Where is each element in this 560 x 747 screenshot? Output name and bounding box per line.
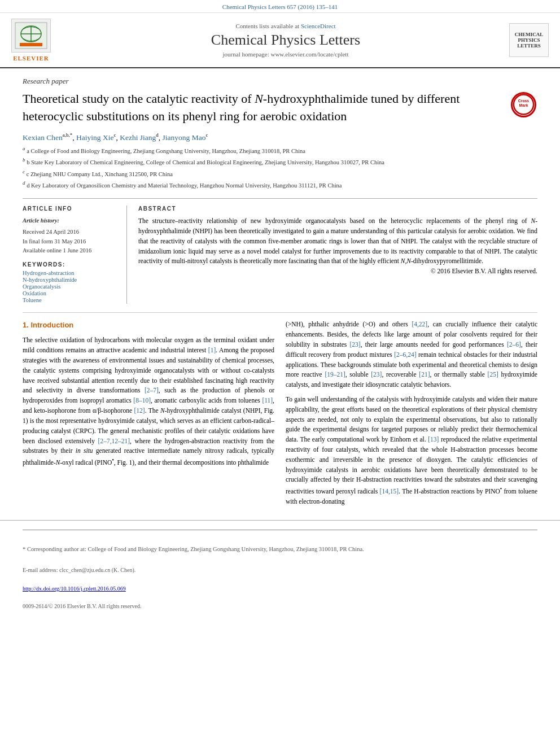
author-kezhi[interactable]: Kezhi Jiang	[120, 133, 156, 141]
elsevier-logo: ELSEVIER	[11, 19, 51, 62]
cite-21b[interactable]: [21]	[419, 371, 430, 378]
cite-2-7b[interactable]: [2–7,12–21]	[98, 438, 130, 444]
author-kexian[interactable]: Kexian Chen	[23, 133, 63, 141]
cite-4-22[interactable]: [4,22]	[412, 321, 427, 327]
body-col-right: (>NH), phthalic anhydride (>O) and other…	[286, 320, 537, 511]
keyword-3: Organocatalysis	[23, 283, 118, 290]
footer-divider	[23, 530, 537, 530]
keyword-1: Hydrogen-abstraction	[23, 270, 118, 276]
body-para-right-2: To gain well understanding of the cataly…	[286, 395, 537, 507]
author-haiying[interactable]: Haiying Xie	[76, 133, 113, 141]
page-container: Chemical Physics Letters 657 (2016) 135–…	[0, 0, 560, 614]
author-jianyong[interactable]: Jianyong Mao	[163, 133, 206, 141]
authors-line: Kexian Chena,b,*, Haiying Xiec, Kezhi Ji…	[23, 132, 537, 142]
affil-b: b b State Key Laboratory of Chemical Eng…	[23, 156, 537, 167]
page-footer: * Corresponding author at: College of Fo…	[0, 520, 560, 614]
elsevier-text: ELSEVIER	[13, 55, 49, 62]
cite-2-6-24[interactable]: [2–6,24]	[394, 351, 416, 358]
info-abstract-row: ARTICLE INFO Article history: Received 2…	[23, 198, 537, 304]
final-form-date: In final form 31 May 2016	[23, 238, 86, 244]
cite-23b[interactable]: [23]	[371, 371, 382, 378]
header-center: Contents lists available at ScienceDirec…	[62, 23, 509, 58]
main-content: Research paper Theoretical study on the …	[0, 68, 560, 520]
cite-8-10[interactable]: [8–10]	[133, 397, 151, 404]
keyword-4: Oxidation	[23, 290, 118, 296]
footer-doi[interactable]: http://dx.doi.org/10.1016/j.cplett.2016.…	[23, 586, 126, 592]
crossmark-icon: Cross Mark	[511, 92, 536, 117]
crossmark-badge-container[interactable]: Cross Mark	[509, 90, 537, 119]
footer-email: E-mail address: clcc_chen@zju.edu.cn (K.…	[23, 566, 135, 574]
cite-23[interactable]: [23]	[350, 341, 361, 348]
journal-ref-text: Chemical Physics Letters 657 (2016) 135–…	[222, 3, 338, 10]
affil-c: c c Zhejiang NHU Company Ltd., Xinchang …	[23, 168, 537, 178]
abstract-header: ABSTRACT	[138, 206, 537, 212]
cite-14-15[interactable]: [14,15]	[380, 488, 399, 495]
cite-1[interactable]: [1]	[208, 347, 216, 353]
cite-2-6[interactable]: [2–6]	[507, 341, 521, 348]
footnote-star: * Corresponding author at: College of Fo…	[23, 546, 364, 552]
keyword-5: Toluene	[23, 297, 118, 303]
body-para-right-1: (>NH), phthalic anhydride (>O) and other…	[286, 320, 537, 390]
received-date: Received 24 April 2016	[23, 229, 79, 235]
svg-rect-4	[20, 43, 42, 46]
cite-13[interactable]: [13]	[428, 436, 439, 443]
cite-11[interactable]: [11]	[262, 397, 273, 404]
body-content: 1. Introduction The selective oxidation …	[23, 312, 537, 511]
footer-copyright: 0009-2614/© 2016 Elsevier B.V. All right…	[23, 603, 141, 609]
article-title: Theoretical study on the catalytic react…	[23, 90, 501, 125]
abstract-col: ABSTRACT The structure–reactivity relati…	[138, 206, 537, 304]
article-type-label: Research paper	[23, 77, 537, 86]
article-info-col: ARTICLE INFO Article history: Received 2…	[23, 206, 127, 304]
cite-2-7[interactable]: [2–7]	[145, 387, 159, 394]
article-title-row: Theoretical study on the catalytic react…	[23, 90, 537, 125]
cite-25[interactable]: [25]	[488, 371, 498, 378]
cite-19-21[interactable]: [19–21]	[325, 371, 345, 378]
journal-ref-bar: Chemical Physics Letters 657 (2016) 135–…	[0, 0, 560, 13]
article-info-header: ARTICLE INFO	[23, 206, 118, 212]
body-col-left: 1. Introduction The selective oxidation …	[23, 320, 274, 511]
section1-title: 1. Introduction	[23, 320, 274, 331]
sciencedirect-anchor[interactable]: ScienceDirect	[301, 23, 336, 29]
journal-homepage: journal homepage: www.elsevier.com/locat…	[62, 51, 509, 58]
cite-12[interactable]: [12]	[134, 407, 145, 414]
keyword-2: N-hydroxyphthalimide	[23, 277, 118, 283]
journal-logo-right: CHEMICAL PHYSICS LETTERS	[509, 23, 549, 57]
keywords-label: Keywords:	[23, 261, 118, 268]
header-area: ELSEVIER Contents lists available at Sci…	[0, 13, 560, 68]
elsevier-logo-image	[11, 19, 51, 53]
keywords-section: Keywords: Hydrogen-abstraction N-hydroxy…	[23, 261, 118, 303]
sciencedirect-link: Contents lists available at ScienceDirec…	[62, 23, 509, 29]
journal-title: Chemical Physics Letters	[62, 32, 509, 49]
affil-d: d d Key Laboratory of Organosilicon Chem…	[23, 180, 537, 190]
doi-link[interactable]: http://dx.doi.org/10.1016/j.cplett.2016.…	[23, 586, 126, 592]
affil-a: a a College of Food and Biology Engineer…	[23, 145, 537, 155]
abstract-text: The structure–reactivity relationship of…	[138, 216, 537, 267]
body-para-1: The selective oxidation of hydrocarbons …	[23, 335, 274, 468]
svg-text:Mark: Mark	[519, 103, 528, 107]
article-history: Article history: Received 24 April 2016 …	[23, 216, 118, 256]
history-label: Article history:	[23, 216, 118, 226]
svg-text:Cross: Cross	[518, 99, 529, 103]
affiliations: a a College of Food and Biology Engineer…	[23, 145, 537, 190]
online-date: Available online 1 June 2016	[23, 247, 91, 254]
